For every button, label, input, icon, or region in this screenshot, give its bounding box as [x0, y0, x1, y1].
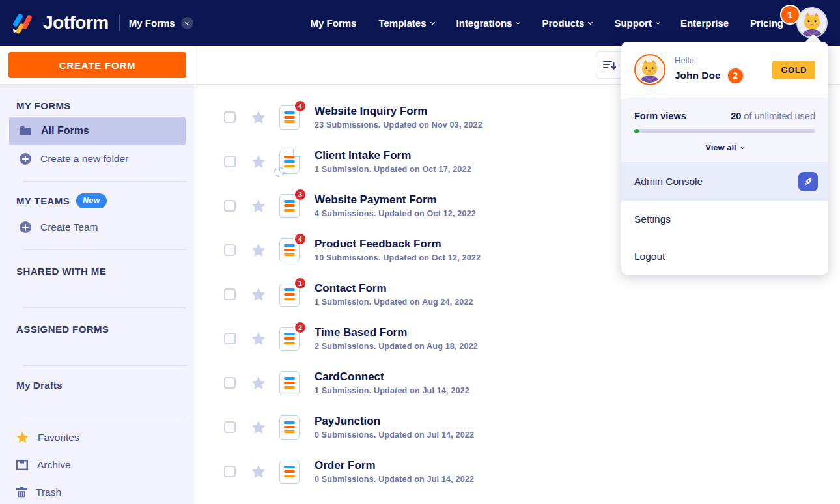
avatar	[634, 54, 665, 85]
unread-count-badge: 4	[294, 100, 306, 112]
row-checkbox[interactable]	[224, 466, 236, 477]
form-icon-import	[279, 150, 300, 174]
form-meta: 1 Submission. Updated on Oct 17, 2022	[315, 165, 471, 174]
form-meta: 2 Submissions. Updated on Aug 18, 2022	[315, 342, 478, 351]
create-folder-button[interactable]: Create a new folder	[0, 145, 195, 173]
favorite-star-icon[interactable]	[251, 421, 266, 434]
create-team-label: Create Team	[40, 221, 98, 233]
form-title[interactable]: Website Inquiry Form	[315, 105, 483, 118]
favorite-star-icon[interactable]	[251, 199, 266, 213]
form-row[interactable]: 1 Contact Form 1 Submission. Updated on …	[224, 272, 840, 316]
form-row[interactable]: 2 Time Based Form 2 Submissions. Updated…	[224, 316, 840, 361]
row-checkbox[interactable]	[224, 333, 236, 344]
row-checkbox[interactable]	[224, 111, 236, 123]
nav-enterprise[interactable]: Enterprise	[680, 18, 729, 29]
row-checkbox[interactable]	[224, 377, 236, 389]
create-folder-label: Create a new folder	[40, 153, 128, 165]
row-checkbox[interactable]	[224, 421, 236, 433]
secondary-nav: Enterprise Pricing	[680, 18, 783, 29]
menu-item-settings[interactable]: Settings	[621, 201, 828, 238]
form-title[interactable]: Website Payment Form	[315, 193, 476, 206]
nav-products[interactable]: Products	[542, 18, 592, 29]
notification-count-badge: 2	[727, 67, 744, 85]
form-icon: 2	[279, 327, 300, 351]
row-checkbox[interactable]	[224, 156, 236, 167]
nav-support[interactable]: Support	[614, 18, 660, 29]
row-checkbox[interactable]	[224, 200, 236, 212]
new-badge: New	[76, 193, 107, 208]
unread-count-badge: 4	[294, 233, 306, 245]
sidebar: CREATE FORM MY FORMS All Forms Create a …	[0, 46, 195, 504]
favorite-star-icon[interactable]	[251, 288, 266, 301]
sidebar-item-my-drafts[interactable]: My Drafts	[16, 380, 178, 391]
usage-value-text: 20 of unlimited used	[731, 111, 815, 121]
divider	[119, 14, 120, 31]
nav-integrations[interactable]: Integrations	[456, 18, 520, 29]
sidebar-item-favorites[interactable]: Favorites	[0, 424, 195, 451]
form-meta: 1 Submission. Updated on Jul 14, 2022	[315, 386, 469, 395]
row-checkbox[interactable]	[224, 288, 236, 300]
menu-item-admin-console[interactable]: Admin Console	[621, 163, 828, 201]
unread-count-badge: 3	[294, 189, 306, 201]
favorite-star-icon[interactable]	[251, 465, 266, 479]
usage-section: Form views 20 of unlimited used View all	[621, 98, 828, 163]
create-team-button[interactable]: Create Team	[0, 214, 195, 241]
divider	[23, 365, 186, 366]
brand-name: Jotform	[43, 12, 109, 33]
view-all-button[interactable]: View all	[634, 143, 815, 152]
usage-label: Form views	[634, 111, 686, 121]
favorite-star-icon[interactable]	[251, 155, 266, 169]
sidebar-item-label: All Forms	[41, 125, 89, 137]
context-switcher[interactable]: My Forms	[129, 17, 193, 29]
folder-icon	[20, 126, 32, 136]
my-forms-header: MY FORMS	[16, 100, 178, 111]
archive-icon	[16, 460, 28, 470]
nav-templates[interactable]: Templates	[378, 18, 434, 29]
user-panel-header: Hello, John Doe 2 GOLD	[621, 42, 828, 98]
row-checkbox[interactable]	[224, 244, 236, 256]
form-title[interactable]: CardConnect	[315, 371, 469, 384]
sidebar-item-trash[interactable]: Trash	[0, 479, 195, 504]
sidebar-item-archive[interactable]: Archive	[0, 451, 195, 479]
favorite-star-icon[interactable]	[251, 332, 266, 346]
form-title[interactable]: PayJunction	[315, 415, 474, 428]
form-title[interactable]: Client Intake Form	[315, 149, 471, 162]
form-icon	[279, 371, 300, 395]
form-title[interactable]: Time Based Form	[315, 326, 478, 339]
form-title[interactable]: Product Feedback Form	[315, 238, 481, 251]
sidebar-item-all-forms[interactable]: All Forms	[9, 117, 186, 145]
menu-item-logout[interactable]: Logout	[621, 238, 828, 275]
nav-my-forms[interactable]: My Forms	[311, 18, 357, 29]
sort-button[interactable]	[596, 51, 623, 79]
favorite-star-icon[interactable]	[251, 244, 266, 257]
greeting-text: Hello,	[675, 55, 744, 65]
form-meta: 23 Submissions. Updated on Nov 03, 2022	[315, 120, 483, 130]
favorite-star-icon[interactable]	[251, 111, 266, 124]
form-title[interactable]: Order Form	[315, 459, 474, 472]
divider	[23, 417, 186, 417]
brand[interactable]: Jotform	[9, 10, 109, 36]
form-icon: 4	[279, 105, 300, 130]
favorite-star-icon[interactable]	[251, 376, 266, 390]
sidebar-item-assigned-forms[interactable]: ASSIGNED FORMS	[16, 324, 178, 335]
usage-progress-fill	[634, 129, 639, 133]
plan-badge-gold[interactable]: GOLD	[772, 61, 815, 79]
usage-progress-bar	[634, 129, 815, 133]
create-form-button[interactable]: CREATE FORM	[8, 52, 186, 78]
form-row[interactable]: Order Form 0 Submissions. Updated on Jul…	[224, 449, 840, 494]
context-label: My Forms	[129, 18, 175, 29]
form-row[interactable]: CardConnect 1 Submission. Updated on Jul…	[224, 361, 840, 405]
rocket-icon	[798, 172, 818, 191]
form-title[interactable]: Contact Form	[315, 282, 473, 295]
user-avatar-button[interactable]: 1	[796, 7, 828, 38]
divider	[23, 249, 186, 250]
jotform-logo-icon	[9, 10, 35, 36]
nav-pricing[interactable]: Pricing	[750, 18, 783, 29]
sidebar-item-shared-with-me[interactable]: SHARED WITH ME	[16, 266, 178, 277]
favorites-label: Favorites	[38, 432, 79, 443]
trash-icon	[16, 487, 27, 498]
plus-icon	[20, 221, 31, 233]
my-teams-header: MY TEAMS New	[16, 193, 178, 208]
form-row[interactable]: PayJunction 0 Submissions. Updated on Ju…	[224, 405, 840, 449]
primary-nav: My Forms Templates Integrations Products…	[311, 18, 660, 29]
